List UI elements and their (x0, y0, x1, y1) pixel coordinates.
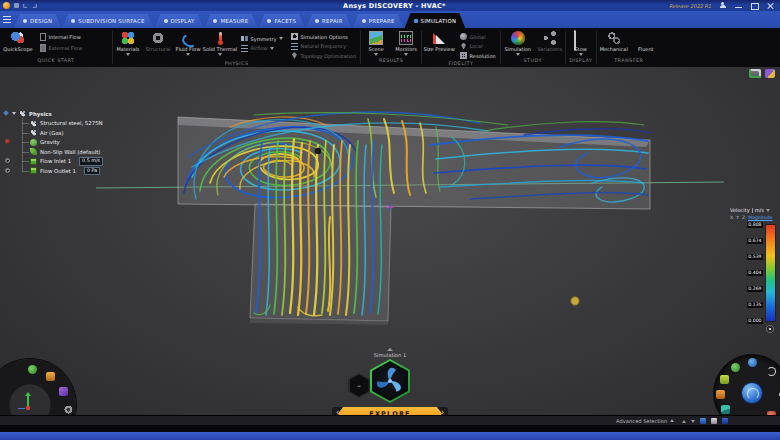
undo-icon[interactable] (23, 3, 28, 8)
variations-button[interactable]: Variations (535, 31, 565, 52)
hamburger-menu-icon[interactable] (0, 11, 14, 28)
legend-panel[interactable]: Velocity m/s X Y Z Magnitude 0.808 0.674… (730, 207, 777, 326)
tab-prepare-icon (362, 19, 366, 23)
model-view-icon[interactable] (46, 372, 55, 381)
viewport-canvas[interactable]: Physics Structural steel, S275N Air (Gas… (0, 67, 780, 415)
tab-label: Prepare (369, 18, 395, 24)
airflow-button[interactable]: Airflow (241, 45, 283, 52)
mechanical-button[interactable]: Mechanical (597, 31, 631, 52)
simulation-stage-button[interactable] (370, 359, 410, 403)
internal-flow-button[interactable]: Internal Flow (40, 33, 82, 41)
selection-filter-icon[interactable] (700, 418, 706, 424)
globe-icon (460, 33, 467, 40)
outlet-value-chip[interactable]: 0 Pa (84, 167, 100, 176)
texture-view-icon[interactable] (721, 405, 730, 414)
airflow-icon (241, 45, 248, 52)
scroll-down-icon[interactable] (691, 420, 695, 423)
fluent-button[interactable]: Fluent (631, 31, 661, 52)
simulation-study-button[interactable]: Simulation (501, 31, 535, 56)
window-controls: Release 2022 R1 (669, 2, 780, 10)
simulation-options-button[interactable]: Simulation Options (291, 33, 356, 40)
advanced-selection-toggle[interactable]: Advanced Selection (616, 418, 674, 424)
stage-collapse-icon[interactable] (387, 348, 393, 351)
isometric-cube-icon[interactable] (59, 387, 68, 396)
save-icon[interactable] (14, 3, 19, 8)
tab-prepare[interactable]: Prepare (353, 14, 404, 28)
local-fidelity-button[interactable]: Local (460, 43, 496, 50)
ansys-logo-icon[interactable] (3, 2, 10, 9)
monitors-button[interactable]: Monitors (391, 31, 421, 56)
tab-facets[interactable]: Facets (258, 14, 305, 28)
maximize-button[interactable] (750, 2, 759, 10)
tree-item-air[interactable]: Air (Gas) (4, 128, 184, 138)
fluid-flow-button[interactable]: Fluid Flow (173, 31, 203, 56)
probe-point-marker[interactable] (315, 148, 321, 154)
tree-item-gravity[interactable]: Gravity (4, 138, 184, 148)
tab-subdivision-surface[interactable]: Subdivision Surface (62, 14, 153, 28)
reset-view-icon[interactable] (767, 367, 776, 376)
legend-unit-caret-icon[interactable] (766, 209, 770, 212)
tab-repair[interactable]: Repair (306, 14, 352, 28)
scroll-up-icon[interactable] (682, 420, 686, 423)
component-z[interactable]: Z (742, 215, 745, 220)
fluid-material-icon (30, 129, 37, 136)
ribbon-group-study: Simulation Variations Study (501, 28, 565, 67)
resolution-button[interactable]: Resolution (460, 52, 496, 59)
tab-label: Simulation (421, 18, 457, 24)
global-fidelity-button[interactable]: Global (460, 33, 496, 40)
chart-tool-icon[interactable] (720, 375, 729, 384)
inlet-value-chip[interactable]: 0.5 m/s (79, 157, 103, 166)
tree-item-material[interactable]: Structural steel, S275N (4, 119, 184, 129)
size-preview-button[interactable]: Size Preview (422, 31, 456, 52)
dropdown-caret-icon (374, 53, 378, 56)
materials-button[interactable]: Materials (113, 31, 143, 56)
external-flow-button[interactable]: External Flow (40, 44, 82, 52)
structural-button[interactable]: Structural (143, 31, 173, 52)
component-x[interactable]: X (730, 215, 733, 220)
snapshot-camera-icon[interactable] (749, 69, 761, 78)
tab-simulation[interactable]: Simulation (405, 13, 466, 28)
topology-optimization-button[interactable]: Topology Optimization (291, 52, 356, 59)
shaded-view-icon[interactable] (731, 363, 740, 372)
quickscope-button[interactable]: QuickScope (0, 31, 36, 52)
remove-stage-button[interactable]: – (348, 373, 370, 398)
snap-options-icon[interactable] (711, 418, 717, 424)
tree-item-physics[interactable]: Physics (4, 109, 184, 119)
legend-unit[interactable]: m/s (755, 207, 764, 213)
tree-item-flow-outlet[interactable]: Flow Outlet 1 0 Pa (4, 166, 184, 176)
size-preview-icon (432, 31, 446, 45)
account-icon[interactable] (718, 2, 727, 10)
solid-thermal-button[interactable]: Solid Thermal (203, 31, 237, 56)
gizmo-center-button[interactable] (741, 382, 763, 404)
orbit-view-icon[interactable] (748, 358, 757, 367)
redo-icon[interactable] (32, 3, 37, 8)
expander-icon[interactable] (12, 112, 16, 115)
flow-outlet-icon (30, 167, 37, 174)
appearance-icon[interactable] (765, 69, 775, 78)
shaded-view-icon[interactable] (28, 365, 37, 374)
scene-button[interactable]: Scene (361, 31, 391, 56)
tree-label: Air (Gas) (40, 130, 64, 136)
symmetry-button[interactable]: Symmetry (241, 35, 283, 42)
minimize-button[interactable] (734, 2, 743, 10)
display-options-icon[interactable] (722, 418, 728, 424)
close-button[interactable] (766, 2, 775, 10)
natural-frequency-button[interactable]: Natural Frequency (291, 43, 356, 50)
tab-display[interactable]: Display (155, 14, 204, 28)
tab-design[interactable]: Design (14, 14, 61, 28)
taskbar-strip (0, 432, 780, 440)
legend-divider (752, 208, 753, 213)
component-y[interactable]: Y (736, 215, 739, 220)
tree-item-wall[interactable]: Non-Slip Wall (default) (4, 147, 184, 157)
stow-button[interactable]: Stow (566, 31, 596, 56)
component-magnitude[interactable]: Magnitude (748, 215, 772, 220)
monitor-point-marker[interactable] (571, 297, 579, 305)
group-label-study: Study (501, 58, 565, 67)
tab-measure[interactable]: Measure (204, 14, 257, 28)
section-box-icon[interactable] (716, 390, 725, 399)
group-label-transfer: Transfer (597, 58, 661, 67)
tree-item-flow-inlet[interactable]: Flow Inlet 1 0.5 m/s (4, 157, 184, 167)
legend-settings-icon[interactable] (766, 325, 774, 333)
external-flow-icon (40, 44, 46, 52)
record-reel-icon[interactable] (64, 405, 73, 414)
